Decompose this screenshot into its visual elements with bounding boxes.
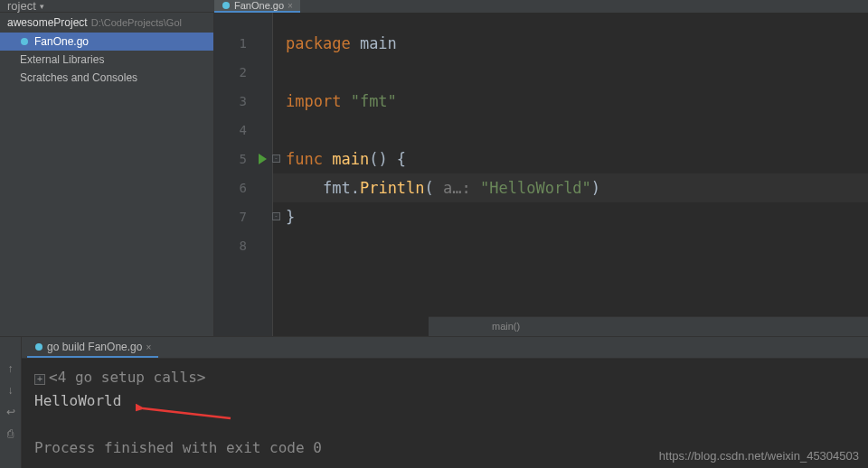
go-file-icon — [34, 342, 43, 351]
editor-tab-label: FanOne.go — [234, 0, 284, 11]
breadcrumb[interactable]: main() — [429, 316, 868, 336]
run-toolbar: ↑ ↓ ↩ ⎙ — [0, 337, 22, 468]
tree-item-label: FanOne.go — [34, 35, 89, 48]
code-line: package main — [286, 29, 868, 58]
down-arrow-icon[interactable]: ↓ — [5, 384, 17, 397]
up-arrow-icon[interactable]: ↑ — [5, 362, 17, 375]
go-file-icon — [20, 37, 29, 46]
console-line: HelloWorld — [34, 389, 855, 413]
code-editor[interactable]: 1 2 3 4 5- 6 7- 8 package main import "f… — [214, 13, 868, 336]
code-line: func main() { — [286, 145, 868, 173]
project-path: D:\CodeProjects\Gol — [91, 17, 182, 28]
console-line: +<4 go setup calls> — [34, 366, 855, 389]
fold-icon[interactable]: - — [272, 212, 280, 220]
project-selector-label: roject — [7, 0, 36, 13]
svg-point-0 — [222, 2, 230, 9]
line-number: 8 — [214, 231, 272, 260]
tree-item-label: External Libraries — [20, 53, 104, 66]
tree-item-external-libs[interactable]: External Libraries — [0, 51, 213, 69]
editor-gutter: 1 2 3 4 5- 6 7- 8 — [214, 13, 273, 336]
code-line: import "fmt" — [286, 87, 868, 116]
line-number: 2 — [214, 58, 272, 87]
chevron-down-icon: ▾ — [40, 2, 44, 11]
close-icon[interactable]: × — [146, 342, 151, 352]
go-file-icon — [222, 1, 231, 10]
code-line — [286, 116, 868, 145]
run-tabs: go build FanOne.go × — [22, 337, 868, 359]
code-line: fmt.Println( a…: "HelloWorld") — [273, 173, 868, 202]
svg-point-1 — [21, 38, 28, 45]
code-area[interactable]: package main import "fmt" func main() { … — [273, 13, 868, 336]
line-number: 4 — [214, 116, 272, 145]
print-icon[interactable]: ⎙ — [5, 427, 17, 440]
console-line — [34, 413, 855, 436]
editor-tab-fanone[interactable]: FanOne.go × — [214, 0, 300, 13]
svg-point-2 — [35, 343, 42, 351]
code-line — [286, 58, 868, 87]
line-number: 3 — [214, 87, 272, 116]
line-number: 7- — [214, 202, 272, 231]
fold-icon[interactable]: - — [272, 154, 280, 163]
line-number: 6 — [214, 173, 272, 202]
watermark-text: https://blog.csdn.net/weixin_45304503 — [659, 449, 859, 463]
line-number: 1 — [214, 29, 272, 58]
run-gutter-icon[interactable] — [259, 154, 267, 164]
project-name: awesomeProject — [7, 16, 88, 29]
editor-tabs: FanOne.go × — [214, 0, 868, 13]
project-sidebar: awesomeProject D:\CodeProjects\Gol FanOn… — [0, 13, 214, 336]
line-number: 5- — [214, 145, 272, 173]
run-tab-label: go build FanOne.go — [47, 341, 142, 353]
wrap-icon[interactable]: ↩ — [5, 406, 17, 418]
tree-item-label: Scratches and Consoles — [20, 71, 137, 84]
run-tab-gobuild[interactable]: go build FanOne.go × — [27, 338, 158, 358]
close-icon[interactable]: × — [288, 1, 293, 11]
tree-item-scratches[interactable]: Scratches and Consoles — [0, 69, 213, 87]
project-root[interactable]: awesomeProject D:\CodeProjects\Gol — [0, 13, 213, 33]
tree-item-fanone[interactable]: FanOne.go — [0, 33, 213, 51]
project-selector[interactable]: roject ▾ — [7, 0, 44, 13]
code-line — [286, 231, 868, 260]
code-line: } — [286, 202, 868, 231]
expand-fold-icon[interactable]: + — [34, 374, 45, 385]
